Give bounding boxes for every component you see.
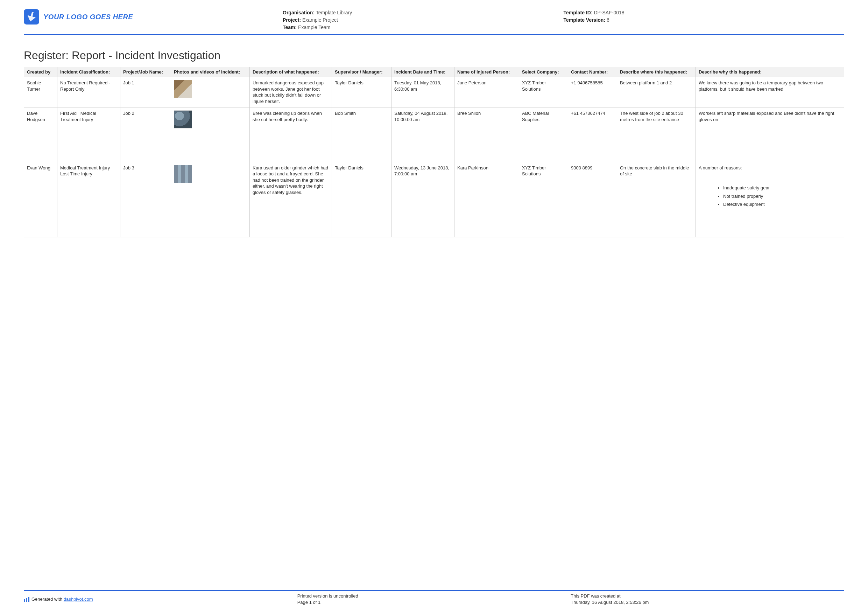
- col-supervisor: Supervisor / Manager:: [332, 67, 392, 77]
- cell-where: On the concrete slab in the middle of si…: [617, 162, 696, 237]
- col-contact: Contact Number:: [568, 67, 617, 77]
- template-version-value: 6: [607, 17, 609, 23]
- cell-supervisor: Bob Smith: [332, 107, 392, 162]
- register-table: Created by Incident Classification: Proj…: [24, 67, 844, 237]
- reason-item: Inadequate safety gear: [723, 185, 841, 191]
- cell-injured: Bree Shiloh: [454, 107, 519, 162]
- template-id-label: Template ID:: [564, 10, 593, 16]
- uncontrolled-text: Printed version is uncontrolled: [298, 593, 571, 599]
- cell-why: Workers left sharp materials exposed and…: [696, 107, 844, 162]
- cell-created-by: Evan Wong: [24, 162, 57, 237]
- cell-datetime: Saturday, 04 August 2018, 10:00:00 am: [392, 107, 454, 162]
- cell-contact: +1 9496758585: [568, 77, 617, 107]
- document-footer: Generated with dashpivot.com Printed ver…: [24, 590, 844, 606]
- footer-centre: Printed version is uncontrolled Page 1 o…: [298, 593, 571, 606]
- organisation-label: Organisation:: [283, 10, 315, 16]
- reason-item: Not trained properly: [723, 193, 841, 199]
- cell-supervisor: Taylor Daniels: [332, 77, 392, 107]
- document-header: YOUR LOGO GOES HERE Organisation: Templa…: [24, 9, 844, 35]
- footer-left: Generated with dashpivot.com: [24, 593, 298, 606]
- cell-created-by: Sophie Turner: [24, 77, 57, 107]
- why-intro: A number of reasons:: [699, 165, 841, 171]
- logo-block: YOUR LOGO GOES HERE: [24, 9, 283, 25]
- cell-why: A number of reasons: Inadequate safety g…: [696, 162, 844, 237]
- bar-chart-icon: [24, 597, 29, 602]
- col-why: Describe why this happened:: [696, 67, 844, 77]
- template-version-label: Template Version:: [564, 17, 606, 23]
- cell-description: Kara used an older grinder which had a l…: [250, 162, 332, 237]
- cell-photos: [171, 162, 250, 237]
- cell-job: Job 2: [120, 107, 171, 162]
- cell-where: Between platform 1 and 2: [617, 77, 696, 107]
- team-value: Example Team: [298, 25, 330, 30]
- cell-job: Job 1: [120, 77, 171, 107]
- cell-classification: Medical Treatment Injury Lost Time Injur…: [57, 162, 120, 237]
- cell-company: ABC Material Supplies: [519, 107, 568, 162]
- cell-created-by: Dave Hodgson: [24, 107, 57, 162]
- cell-classification: No Treatment Required - Report Only: [57, 77, 120, 107]
- cell-company: XYZ Timber Solutions: [519, 77, 568, 107]
- cell-why: We knew there was going to be a temporar…: [696, 77, 844, 107]
- col-datetime: Incident Date and Time:: [392, 67, 454, 77]
- table-row: Sophie Turner No Treatment Required - Re…: [24, 77, 844, 107]
- incident-photo-thumb: [174, 165, 192, 183]
- reason-item: Defective equipment: [723, 201, 841, 208]
- cell-contact: 9300 8899: [568, 162, 617, 237]
- template-id-value: DP-SAF-0018: [594, 10, 624, 16]
- team-label: Team:: [283, 25, 297, 30]
- meta-centre: Organisation: Template Library Project: …: [283, 9, 564, 31]
- cell-company: XYZ Timber Solutions: [519, 162, 568, 237]
- incident-photo-thumb: [174, 80, 192, 98]
- project-value: Example Project: [302, 17, 338, 23]
- col-injured: Name of Injured Person:: [454, 67, 519, 77]
- col-description: Description of what happened:: [250, 67, 332, 77]
- col-job: Project/Job Name:: [120, 67, 171, 77]
- col-where: Describe where this happened:: [617, 67, 696, 77]
- cell-injured: Jane Peterson: [454, 77, 519, 107]
- cell-contact: +61 4573627474: [568, 107, 617, 162]
- project-label: Project:: [283, 17, 301, 23]
- table-header-row: Created by Incident Classification: Proj…: [24, 67, 844, 77]
- page-number: Page 1 of 1: [298, 599, 571, 606]
- cell-datetime: Wednesday, 13 June 2018, 7:00:00 am: [392, 162, 454, 237]
- logo-icon: [24, 9, 39, 25]
- organisation-value: Template Library: [316, 10, 352, 16]
- cell-description: Unmarked dangerous exposed gap between w…: [250, 77, 332, 107]
- created-value: Thursday, 16 August 2018, 2:53:26 pm: [570, 599, 844, 606]
- why-reasons-list: Inadequate safety gear Not trained prope…: [699, 185, 841, 208]
- cell-photos: [171, 107, 250, 162]
- cell-photos: [171, 77, 250, 107]
- cell-where: The west side of job 2 about 30 metres f…: [617, 107, 696, 162]
- generated-prefix: Generated with: [31, 597, 64, 602]
- meta-right: Template ID: DP-SAF-0018 Template Versio…: [564, 9, 845, 24]
- col-classification: Incident Classification:: [57, 67, 120, 77]
- cell-datetime: Tuesday, 01 May 2018, 6:30:00 am: [392, 77, 454, 107]
- footer-right: This PDF was created at Thursday, 16 Aug…: [570, 593, 844, 606]
- page-title: Register: Report - Incident Investigatio…: [24, 49, 844, 62]
- cell-job: Job 3: [120, 162, 171, 237]
- cell-classification: First Aid Medical Treatment Injury: [57, 107, 120, 162]
- col-created-by: Created by: [24, 67, 57, 77]
- col-photos: Photos and videos of incident:: [171, 67, 250, 77]
- cell-description: Bree was cleaning up debris when she cut…: [250, 107, 332, 162]
- incident-photo-thumb: [174, 110, 192, 129]
- table-row: Dave Hodgson First Aid Medical Treatment…: [24, 107, 844, 162]
- created-label: This PDF was created at: [570, 593, 844, 599]
- logo-text: YOUR LOGO GOES HERE: [43, 13, 133, 21]
- cell-injured: Kara Parkinson: [454, 162, 519, 237]
- dashpivot-link[interactable]: dashpivot.com: [64, 597, 93, 602]
- cell-supervisor: Taylor Daniels: [332, 162, 392, 237]
- col-company: Select Company:: [519, 67, 568, 77]
- table-row: Evan Wong Medical Treatment Injury Lost …: [24, 162, 844, 237]
